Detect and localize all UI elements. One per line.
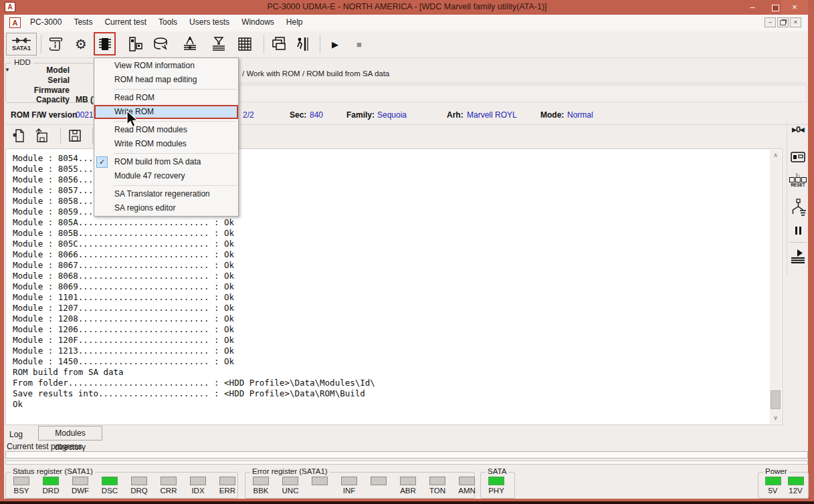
status-led [253, 477, 269, 485]
work-with-rom-button[interactable] [95, 33, 115, 55]
power-switch-button[interactable] [787, 199, 809, 220]
menu-item-sa-translator-regeneration[interactable]: SA Translator regeneration [94, 187, 238, 201]
log-line: Module : 8066.......................... … [13, 249, 375, 260]
hdd-firmware-label: Firmware [6, 86, 70, 95]
adapter-card-icon [789, 150, 807, 164]
led-cell: DWF [69, 477, 92, 495]
menubar-item-windows[interactable]: Windows [235, 15, 280, 31]
stop-test-button[interactable]: ■ [349, 33, 369, 55]
menu-item-rom-head-map-editing[interactable]: ROM head map editing [94, 73, 238, 87]
run-test-button[interactable]: ▶ [325, 33, 345, 55]
menubar-item-pc-3000[interactable]: PC-3000 [24, 15, 68, 31]
menu-item-module-47-recovery[interactable]: Module 47 recovery [94, 169, 238, 183]
mdi-restore-button[interactable] [777, 17, 789, 27]
data-extraction-button[interactable] [150, 33, 171, 55]
menubar-item-tools[interactable]: Tools [152, 15, 183, 31]
status-led [72, 477, 88, 485]
status-led [312, 477, 328, 485]
utility-settings-button[interactable]: ⚙ [71, 33, 91, 55]
led-cell: PHY [485, 477, 508, 495]
status-led [219, 477, 235, 485]
main-toolbar: SATA1 ⚙ [4, 31, 808, 58]
status-led [190, 477, 206, 485]
close-button[interactable]: × [781, 0, 808, 15]
toolbar-separator [60, 128, 61, 144]
sub-panel [239, 85, 807, 102]
menubar-item-help[interactable]: Help [280, 15, 309, 31]
recheck-port-button[interactable] [787, 150, 809, 167]
menu-item-read-rom[interactable]: Read ROM [94, 91, 238, 105]
mode-value: Normal [567, 110, 593, 120]
scroll-up-button[interactable]: ∧ [770, 150, 781, 161]
tasks-button[interactable] [269, 33, 289, 55]
log-line: Module : 1450.......................... … [13, 356, 375, 367]
menu-item-read-rom-modules[interactable]: Read ROM modules [94, 123, 238, 137]
mdi-window-controls: – × [765, 17, 801, 27]
surface-test-button[interactable] [235, 33, 255, 55]
load-rom-button[interactable] [32, 126, 51, 145]
scroll-down-button[interactable]: ∨ [770, 412, 781, 424]
menu-item-sa-regions-editor[interactable]: SA regions editor [94, 201, 238, 215]
toolbar-separator [264, 35, 264, 53]
start-queue-button[interactable] [787, 249, 809, 267]
menu-item-label: ROM head map editing [114, 75, 197, 84]
transistor-icon [789, 199, 807, 217]
sec-value: 840 [310, 110, 323, 120]
power-reset-button[interactable]: 1↓ RESET [787, 172, 809, 187]
led-cell: ABR [397, 477, 419, 495]
drive-id-button[interactable] [45, 33, 66, 55]
sa-structure-button[interactable] [126, 33, 146, 55]
led-label: CRR [157, 487, 180, 495]
new-document-icon [11, 128, 27, 144]
heads-value: 2/2 [243, 110, 254, 120]
led-row: 5V12V [762, 477, 808, 495]
sata1-port-button[interactable]: SATA1 [6, 33, 37, 55]
status-led [765, 477, 781, 485]
tab-modules-directory[interactable]: Modules directory [38, 426, 102, 440]
menu-item-view-rom-information[interactable]: View ROM information [94, 59, 238, 73]
menu-item-rom-build-from-sa-data[interactable]: ✓ROM build from SA data [94, 155, 238, 169]
led-label: BBK [249, 487, 272, 495]
mdi-close-button[interactable]: × [790, 17, 801, 27]
mdi-minimize-button[interactable]: – [765, 17, 776, 27]
hdd-capacity-suffix: MB () [76, 95, 96, 104]
led-label: DRQ [128, 487, 150, 495]
status-led-panel: Status register (SATA1)BSYDRDDWFDSCDRQCR… [0, 472, 814, 500]
status-led [400, 477, 416, 485]
led-cell: INF [338, 477, 361, 495]
sec-label: Sec: [290, 110, 306, 120]
minimize-button[interactable]: – [741, 0, 764, 15]
menu-item-write-rom-modules[interactable]: Write ROM modules [94, 137, 238, 151]
log-line: Ok [13, 399, 375, 410]
menu-item-label: SA Translator regeneration [114, 189, 210, 199]
menubar-item-current-test[interactable]: Current test [98, 15, 152, 31]
log-line: ROM build from SA data [13, 367, 375, 378]
menu-item-write-rom[interactable]: Write ROM [94, 105, 238, 119]
new-rom-button[interactable] [9, 126, 28, 145]
status-led [13, 477, 29, 485]
led-cell: DSC [98, 477, 121, 495]
led-cell: BSY [10, 477, 33, 495]
soft-reset-button[interactable]: ▸0◂ [787, 124, 809, 134]
led-label: DRD [39, 487, 62, 495]
menubar-item-users-tests[interactable]: Users tests [183, 15, 235, 31]
status-led [459, 477, 475, 485]
arh-value: Marvell ROYL [467, 110, 517, 120]
status-led [341, 477, 357, 485]
pause-button[interactable] [787, 225, 809, 237]
log-scrollbar[interactable]: ∧ ∨ [770, 150, 781, 424]
translator-button[interactable] [209, 33, 229, 55]
exit-utility-button[interactable] [292, 33, 312, 55]
led-label: DSC [98, 487, 121, 495]
rom-fw-label: ROM F/W version [11, 110, 77, 120]
save-rom-button[interactable] [66, 126, 84, 145]
translator-funnel-icon [210, 35, 227, 53]
led-row: BSYDRDDWFDSCDRQCRRIDXERR [10, 477, 245, 495]
led-label: AMN [455, 487, 478, 495]
heads-map-button[interactable] [180, 33, 200, 55]
disk-cylinder-icon [152, 35, 169, 53]
family-value: Sequoia [377, 110, 407, 120]
menubar-item-tests[interactable]: Tests [68, 15, 98, 31]
tab-log[interactable]: Log [9, 430, 23, 439]
scrollbar-thumb[interactable] [771, 390, 781, 409]
